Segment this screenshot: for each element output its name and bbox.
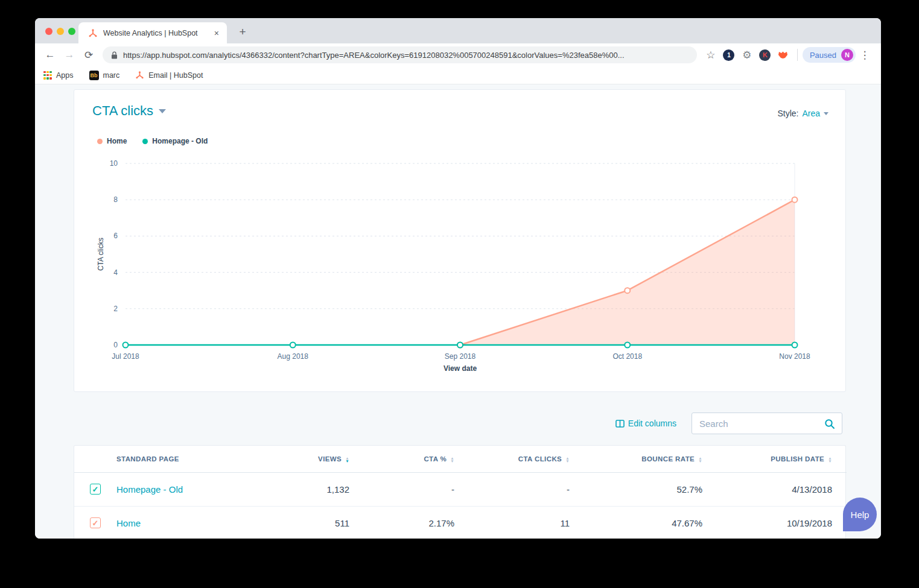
- sort-arrows-icon[interactable]: ▲▼: [565, 457, 570, 463]
- tab-strip: Website Analytics | HubSpot × +: [35, 18, 881, 43]
- cta-pct-cell: 2.17%: [364, 506, 469, 539]
- page-link[interactable]: Home: [116, 518, 141, 528]
- bookmark-star-icon[interactable]: ☆: [703, 47, 719, 63]
- views-cell: 1,132: [291, 472, 364, 506]
- bookmark-apps[interactable]: Apps: [43, 71, 74, 80]
- new-tab-button[interactable]: +: [235, 25, 250, 39]
- svg-text:4: 4: [113, 268, 118, 277]
- svg-text:Nov 2018: Nov 2018: [779, 352, 810, 361]
- search-input[interactable]: [692, 413, 842, 434]
- bookmarks-bar: Apps Bb marc Email | HubSpot: [35, 66, 881, 84]
- select-all-header: [74, 446, 116, 472]
- svg-text:8: 8: [113, 195, 118, 204]
- browser-toolbar: ← → ⟳ https://app.hubspot.com/analytics/…: [35, 43, 881, 66]
- legend-item[interactable]: Home: [97, 137, 127, 145]
- col-standard-page[interactable]: STANDARD PAGE: [116, 446, 291, 472]
- report-title: CTA clicks: [92, 103, 153, 119]
- legend-dot-icon: [142, 139, 148, 144]
- maximize-window-button[interactable]: [68, 28, 75, 35]
- chevron-down-icon: [824, 112, 828, 115]
- sort-arrows-icon[interactable]: ▲▼: [345, 457, 349, 463]
- sort-arrows-icon[interactable]: ▲▼: [828, 457, 832, 463]
- legend-item[interactable]: Homepage - Old: [142, 137, 208, 145]
- svg-text:Sep 2018: Sep 2018: [445, 352, 476, 361]
- hubspot-sprocket-icon: [135, 71, 144, 80]
- report-title-dropdown[interactable]: CTA clicks: [92, 103, 166, 119]
- row-checkbox[interactable]: ✓: [90, 484, 101, 495]
- chart-legend: HomeHomepage - Old: [97, 137, 223, 145]
- cta-pct-cell: -: [364, 472, 469, 506]
- svg-text:Jul 2018: Jul 2018: [112, 352, 139, 361]
- paused-profile-chip[interactable]: Paused N: [803, 47, 856, 63]
- legend-label: Home: [107, 137, 127, 145]
- lock-icon: [111, 51, 118, 59]
- page-link[interactable]: Homepage - Old: [116, 484, 183, 495]
- sort-arrows-icon[interactable]: ▲▼: [450, 457, 454, 463]
- extension-k-icon[interactable]: K: [757, 47, 773, 63]
- search-icon[interactable]: [824, 419, 835, 429]
- table-row: ✓ Home 511 2.17% 11 47.67% 10/19/2018: [74, 506, 847, 539]
- legend-label: Homepage - Old: [152, 137, 208, 145]
- svg-text:0: 0: [113, 341, 118, 349]
- extension-fox-icon[interactable]: [775, 47, 791, 63]
- pages-table: STANDARD PAGE VIEWS▲▼ CTA %▲▼ CTA CLICKS…: [74, 445, 846, 539]
- style-value: Area: [802, 109, 820, 118]
- url-text[interactable]: https://app.hubspot.com/analytics/436633…: [123, 51, 625, 60]
- bookmark-marc[interactable]: Bb marc: [89, 71, 120, 80]
- hubspot-favicon-icon: [88, 28, 98, 38]
- sort-arrows-icon[interactable]: ▲▼: [698, 457, 702, 463]
- col-cta-pct[interactable]: CTA %▲▼: [364, 446, 469, 472]
- publish-date-cell: 4/13/2018: [717, 472, 847, 506]
- svg-text:Aug 2018: Aug 2018: [278, 352, 309, 361]
- cta-clicks-area-chart: 0246810Jul 2018Aug 2018Sep 2018Oct 2018N…: [74, 90, 847, 379]
- col-publish-date[interactable]: PUBLISH DATE▲▼: [717, 446, 847, 472]
- col-cta-clicks[interactable]: CTA CLICKS▲▼: [469, 446, 584, 472]
- reload-icon[interactable]: ⟳: [81, 47, 97, 63]
- help-button[interactable]: Help: [843, 498, 877, 531]
- browser-menu-icon[interactable]: ⋮: [857, 47, 873, 63]
- cta-clicks-cell: 11: [469, 506, 584, 539]
- extension-gear-icon[interactable]: ⚙: [739, 47, 755, 63]
- minimize-window-button[interactable]: [57, 28, 64, 35]
- bookmark-email-hubspot[interactable]: Email | HubSpot: [135, 71, 203, 80]
- browser-window: Website Analytics | HubSpot × + ← → ⟳ ht…: [35, 18, 881, 539]
- publish-date-cell: 10/19/2018: [717, 506, 847, 539]
- profile-avatar[interactable]: N: [841, 49, 853, 61]
- bb-favicon-icon: Bb: [89, 71, 99, 80]
- col-bounce-rate[interactable]: BOUNCE RATE▲▼: [584, 446, 717, 472]
- close-tab-icon[interactable]: ×: [212, 28, 221, 38]
- back-icon[interactable]: ←: [42, 47, 58, 63]
- search-box: [692, 413, 842, 434]
- svg-text:10: 10: [110, 159, 118, 168]
- svg-text:2: 2: [113, 305, 118, 313]
- svg-text:6: 6: [113, 232, 118, 240]
- views-cell: 511: [291, 506, 364, 539]
- columns-icon: [615, 420, 625, 428]
- col-views[interactable]: VIEWS▲▼: [291, 446, 364, 472]
- tab-title: Website Analytics | HubSpot: [103, 29, 212, 37]
- style-label: Style:: [777, 109, 798, 118]
- svg-text:Oct 2018: Oct 2018: [612, 352, 642, 361]
- bounce-rate-cell: 52.7%: [584, 472, 717, 506]
- apps-grid-icon: [43, 71, 52, 80]
- bounce-rate-cell: 47.67%: [584, 506, 717, 539]
- table-header-row: STANDARD PAGE VIEWS▲▼ CTA %▲▼ CTA CLICKS…: [74, 446, 847, 472]
- browser-tab[interactable]: Website Analytics | HubSpot ×: [78, 22, 227, 43]
- row-checkbox[interactable]: ✓: [90, 517, 101, 528]
- close-window-button[interactable]: [45, 28, 52, 35]
- legend-dot-icon: [97, 139, 103, 144]
- table-controls: Edit columns: [615, 413, 842, 434]
- svg-text:View date: View date: [444, 364, 477, 373]
- forward-icon: →: [62, 47, 77, 63]
- extension-badge-icon[interactable]: 1: [721, 47, 737, 63]
- chart-card: 0246810Jul 2018Aug 2018Sep 2018Oct 2018N…: [74, 89, 846, 392]
- table-row: ✓ Homepage - Old 1,132 - - 52.7% 4/13/20…: [74, 472, 847, 506]
- url-bar[interactable]: https://app.hubspot.com/analytics/436633…: [103, 46, 697, 63]
- chevron-down-icon: [159, 109, 166, 113]
- edit-columns-button[interactable]: Edit columns: [615, 419, 676, 428]
- toolbar-divider: [797, 49, 798, 61]
- cta-clicks-cell: -: [469, 472, 584, 506]
- page-content: 0246810Jul 2018Aug 2018Sep 2018Oct 2018N…: [35, 84, 881, 539]
- style-dropdown[interactable]: Style: Area: [777, 109, 828, 118]
- svg-text:CTA clicks: CTA clicks: [97, 238, 105, 271]
